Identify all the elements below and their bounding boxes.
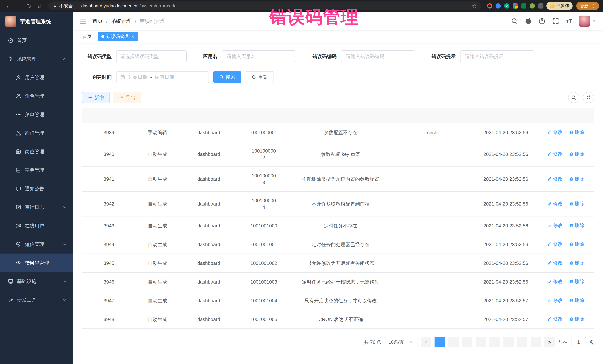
export-button[interactable]: 导出: [114, 92, 141, 103]
font-size-icon[interactable]: тT: [566, 18, 572, 24]
sidebar-item[interactable]: 短信管理: [0, 235, 73, 254]
delete-link[interactable]: 删除: [569, 200, 584, 207]
app-name-input[interactable]: [222, 50, 296, 62]
page-number-button[interactable]: [462, 337, 472, 347]
extension-icon[interactable]: [513, 3, 518, 9]
edit-link[interactable]: 修改: [547, 316, 563, 322]
github-icon[interactable]: [525, 18, 532, 24]
error-code-input[interactable]: [341, 50, 415, 62]
next-page-button[interactable]: >: [544, 337, 555, 347]
edit-link[interactable]: 修改: [547, 297, 563, 304]
edit-link[interactable]: 修改: [547, 129, 563, 135]
extension-icon[interactable]: [521, 3, 526, 9]
cell-code: 1001001001: [238, 235, 290, 254]
delete-link[interactable]: 删除: [569, 222, 584, 229]
bookmark-star-icon[interactable]: ☆: [472, 3, 477, 9]
cell-id: 3947: [82, 291, 136, 310]
search-icon[interactable]: [511, 18, 518, 24]
tab-error-code[interactable]: 错误码管理 ×: [98, 32, 138, 41]
delete-link[interactable]: 删除: [569, 151, 584, 157]
extension-icon[interactable]: V: [504, 3, 509, 9]
error-type-select[interactable]: 请选择错误码类型: [116, 50, 187, 62]
infrastructure-icon: [8, 278, 13, 284]
date-range-picker[interactable]: 开始日期 - 结束日期: [116, 71, 209, 83]
browser-menu-kebab-icon[interactable]: ⋮: [591, 3, 596, 9]
cell-remark: [392, 291, 474, 310]
edit-link[interactable]: 修改: [547, 241, 563, 247]
breadcrumb-item[interactable]: 首页/: [93, 18, 111, 25]
search-button[interactable]: 搜索: [213, 71, 241, 83]
extensions-puzzle-icon[interactable]: [538, 3, 544, 9]
edit-link[interactable]: 修改: [547, 259, 563, 266]
extension-icon[interactable]: [496, 3, 501, 9]
fullscreen-icon[interactable]: [552, 18, 559, 24]
refresh-table-button[interactable]: [583, 92, 594, 103]
delete-link[interactable]: 删除: [569, 259, 584, 266]
browser-back-icon[interactable]: ←: [4, 3, 13, 9]
sidebar-item[interactable]: 岗位管理: [0, 142, 73, 161]
goto-page-unit: 页: [589, 339, 594, 345]
extension-icon[interactable]: [487, 3, 492, 9]
prev-page-button[interactable]: <: [421, 337, 431, 347]
sidebar-item[interactable]: 基础设施: [0, 272, 73, 291]
sidebar-item[interactable]: 菜单管理: [0, 105, 73, 124]
sidebar-item[interactable]: 在线用户: [0, 217, 73, 235]
page-number-button[interactable]: [448, 337, 459, 347]
sidebar-item[interactable]: 错误码管理: [0, 254, 73, 272]
filter-hint-label: 错误码提示: [431, 53, 456, 60]
toggle-search-button[interactable]: [568, 92, 579, 103]
add-button[interactable]: 新增: [82, 92, 110, 103]
sidebar-item[interactable]: 首页: [0, 31, 73, 50]
breadcrumb-separator: /: [135, 18, 136, 24]
sidebar-item[interactable]: 通知公告: [0, 179, 73, 198]
cell-remark: ceshi: [392, 123, 474, 142]
delete-link[interactable]: 删除: [569, 297, 584, 304]
delete-link[interactable]: 删除: [569, 316, 584, 322]
sidebar-item[interactable]: 审计日志: [0, 198, 73, 217]
sidebar-item[interactable]: 部门管理: [0, 124, 73, 142]
sidebar-item[interactable]: 研发工具: [0, 291, 73, 309]
filter-code-label: 错误码编码: [313, 53, 336, 60]
address-bar[interactable]: ▲ 不安全 | dashboard.yudao.iocoder.cn/syste…: [48, 1, 481, 10]
delete-link[interactable]: 删除: [569, 241, 584, 247]
browser-profile-chip[interactable]: 已暂停: [546, 2, 573, 10]
delete-link[interactable]: 删除: [569, 278, 584, 285]
page-number-button[interactable]: [476, 337, 486, 347]
sidebar-item[interactable]: 字典管理: [0, 161, 73, 179]
close-tab-icon[interactable]: ×: [131, 34, 134, 39]
user-menu[interactable]: [579, 16, 596, 27]
browser-home-icon[interactable]: ⌂: [35, 3, 45, 9]
announcement-icon: [16, 186, 21, 191]
edit-link[interactable]: 修改: [547, 278, 563, 285]
browser-update-button[interactable]: 更新 ⋮: [576, 2, 599, 10]
browser-refresh-icon[interactable]: ↻: [24, 3, 34, 9]
delete-link[interactable]: 删除: [569, 129, 584, 135]
page-number-button[interactable]: [489, 337, 500, 347]
extension-icon[interactable]: [530, 3, 535, 9]
sidebar-item[interactable]: 用户管理: [0, 68, 73, 87]
edit-link[interactable]: 修改: [547, 151, 563, 157]
sidebar-item[interactable]: 系统管理: [0, 50, 73, 68]
tags-view-bar: 首页 错误码管理 ×: [73, 30, 603, 43]
reset-button[interactable]: 重置: [246, 71, 274, 83]
page-number-button[interactable]: [531, 337, 541, 347]
page-size-select[interactable]: 10条/页: [385, 337, 417, 347]
error-hint-input[interactable]: [460, 50, 534, 62]
breadcrumb-item[interactable]: 系统管理/: [111, 18, 139, 25]
breadcrumb-item[interactable]: 错误码管理/: [139, 18, 165, 25]
edit-link[interactable]: 修改: [547, 222, 563, 229]
delete-link[interactable]: 删除: [569, 176, 584, 182]
page-number-button[interactable]: [503, 337, 514, 347]
tab-home[interactable]: 首页: [79, 32, 95, 41]
help-icon[interactable]: [539, 18, 545, 24]
sidebar-collapse-icon[interactable]: [73, 12, 93, 30]
cell-hint: 参数配置 key 重复: [290, 142, 392, 167]
edit-link[interactable]: 修改: [547, 200, 563, 207]
edit-link[interactable]: 修改: [547, 176, 563, 182]
goto-page-input[interactable]: [571, 337, 586, 347]
sidebar-item[interactable]: 角色管理: [0, 87, 73, 105]
page-number-button[interactable]: [435, 337, 445, 347]
app-logo: 芋道管理系统: [0, 12, 73, 31]
browser-forward-icon[interactable]: →: [14, 3, 24, 9]
page-number-button[interactable]: [517, 337, 527, 347]
